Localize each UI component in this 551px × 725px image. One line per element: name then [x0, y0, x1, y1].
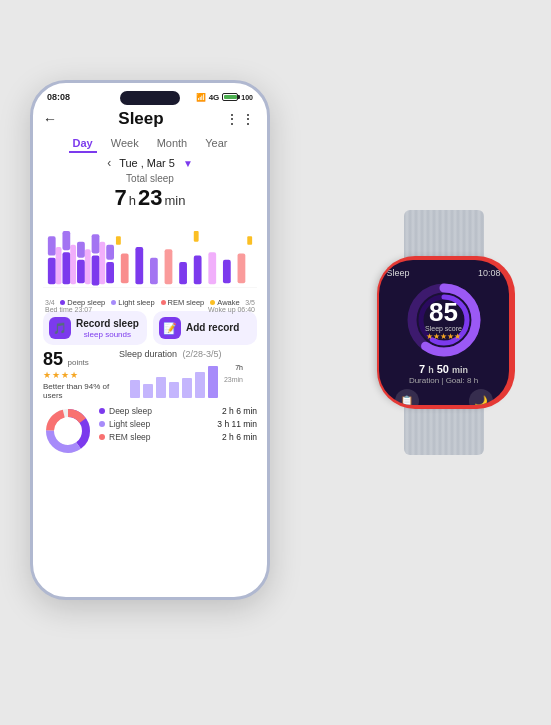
watch-band-top	[404, 210, 484, 260]
watch-score-display: 85 Sleep score ★★★★★	[425, 299, 462, 341]
svg-rect-18	[179, 262, 187, 284]
chart-left-time: Bed time 23:07	[45, 306, 92, 313]
watch-body: Sleep 10:08 85 Sleep score ★★★★★	[379, 260, 509, 405]
sleep-minutes: 23	[138, 185, 162, 211]
phone-notch	[120, 91, 180, 105]
svg-rect-7	[92, 234, 100, 253]
watch-duration-min-unit: min	[452, 365, 468, 375]
breakdown-light-sleep: Light sleep 3 h 11 min	[99, 419, 257, 429]
status-time: 08:08	[47, 92, 70, 102]
duration-label: Sleep duration	[119, 349, 177, 359]
watch-footer: 📋 🌙	[387, 389, 501, 405]
percentile-text: Better than 94% of users	[43, 382, 113, 400]
breakdown-deep-label: Deep sleep	[109, 406, 218, 416]
watch-goal-label: Duration | Goal: 8 h	[409, 376, 478, 385]
page-header: ← Sleep ⋮⋮	[43, 105, 257, 133]
sleep-breakdown: Deep sleep 2 h 6 min Light sleep 3 h 11 …	[43, 406, 257, 456]
back-button[interactable]: ←	[43, 111, 57, 127]
tab-month[interactable]: Month	[153, 135, 192, 153]
stats-row: 85 points ★★★★ Better than 94% of users …	[43, 349, 257, 402]
total-sleep-label: Total sleep	[43, 173, 257, 184]
svg-rect-29	[156, 377, 166, 398]
notes-icon: 📋	[400, 395, 414, 406]
watch-notes-button[interactable]: 📋	[395, 389, 419, 405]
watch-score-number: 85	[425, 299, 462, 325]
wifi-icon: 📶	[196, 93, 206, 102]
svg-rect-33	[208, 366, 218, 398]
svg-rect-24	[238, 253, 246, 283]
sleep-stars: ★★★★	[43, 370, 113, 380]
date-dropdown-button[interactable]: ▼	[183, 158, 193, 169]
tab-day[interactable]: Day	[69, 135, 97, 153]
record-sleep-button[interactable]: 🎵 Record sleep sleep sounds	[43, 311, 147, 345]
points-label: points	[67, 358, 88, 367]
tab-week[interactable]: Week	[107, 135, 143, 153]
sleep-chart: 3/4 Bed time 23:07 3/5 Woke up 06:40	[43, 215, 257, 295]
svg-rect-15	[135, 247, 143, 284]
breakdown-light-label: Light sleep	[109, 419, 213, 429]
tab-year[interactable]: Year	[201, 135, 231, 153]
watch-header: Sleep 10:08	[387, 268, 501, 278]
svg-rect-27	[130, 380, 140, 398]
breakdown-rem-label: REM sleep	[109, 432, 218, 442]
add-record-label: Add record	[186, 322, 239, 334]
svg-rect-14	[121, 253, 129, 283]
svg-rect-13	[99, 242, 105, 285]
add-record-button[interactable]: 📝 Add record	[153, 311, 257, 345]
watch-stars: ★★★★★	[425, 332, 462, 341]
battery-level: 100	[241, 94, 253, 101]
svg-rect-9	[106, 245, 114, 260]
chart-left-date: 3/4	[45, 299, 92, 306]
moon-icon: 🌙	[474, 395, 488, 406]
add-record-icon: 📝	[159, 317, 181, 339]
svg-text:7h: 7h	[235, 364, 243, 371]
breakdown-rem-sleep: REM sleep 2 h 6 min	[99, 432, 257, 442]
watch-ring: 85 Sleep score ★★★★★	[404, 280, 484, 360]
phone-content: ← Sleep ⋮⋮ Day Week Month Year ‹ Tue , M…	[33, 105, 267, 456]
chart-labels: 3/4 Bed time 23:07 3/5 Woke up 06:40	[43, 299, 257, 313]
watch-sleep-button[interactable]: 🌙	[469, 389, 493, 405]
watch-score-label: Sleep score	[425, 325, 462, 332]
svg-rect-20	[194, 231, 199, 242]
score-section: 85 points ★★★★ Better than 94% of users	[43, 349, 113, 402]
svg-rect-32	[195, 372, 205, 398]
breakdown-deep-dot	[99, 408, 105, 414]
svg-text:23min: 23min	[224, 376, 243, 383]
svg-rect-25	[247, 236, 252, 245]
svg-rect-3	[62, 231, 70, 250]
battery-indicator: 100	[222, 93, 253, 101]
current-date: Tue , Mar 5	[119, 157, 175, 169]
breakdown-light-dot	[99, 421, 105, 427]
svg-rect-16	[150, 258, 158, 285]
watch-duration-h-unit: h	[428, 365, 434, 375]
svg-rect-5	[77, 242, 85, 258]
breakdown-list: Deep sleep 2 h 6 min Light sleep 3 h 11 …	[99, 406, 257, 456]
breakdown-rem-dot	[99, 434, 105, 440]
sleep-score: 85	[43, 349, 63, 369]
more-button[interactable]: ⋮⋮	[225, 111, 257, 127]
watch-time: 10:08	[478, 268, 501, 278]
record-sleep-sub: sleep sounds	[76, 330, 139, 339]
status-icons: 📶 4G 100	[196, 93, 253, 102]
svg-rect-21	[194, 256, 202, 285]
breakdown-rem-value: 2 h 6 min	[222, 432, 257, 442]
svg-rect-11	[70, 245, 76, 284]
tabs-bar: Day Week Month Year	[43, 135, 257, 153]
svg-rect-6	[92, 256, 100, 286]
date-navigator: ‹ Tue , Mar 5 ▼	[43, 156, 257, 170]
record-sleep-texts: Record sleep sleep sounds	[76, 318, 139, 339]
breakdown-light-value: 3 h 11 min	[217, 419, 257, 429]
svg-rect-19	[116, 236, 121, 245]
record-sleep-icon: 🎵	[49, 317, 71, 339]
duration-chart-svg: 7h 23min	[119, 362, 257, 398]
svg-rect-2	[62, 252, 70, 284]
chart-label-right: 3/5 Woke up 06:40	[208, 299, 255, 313]
smartwatch: Sleep 10:08 85 Sleep score ★★★★★	[356, 210, 531, 410]
sleep-hours: 7	[115, 185, 127, 211]
duration-section: Sleep duration (2/28-3/5) 7h 23min	[119, 349, 257, 402]
svg-rect-17	[165, 249, 173, 284]
breakdown-deep-value: 2 h 6 min	[222, 406, 257, 416]
watch-band-bottom	[404, 405, 484, 455]
prev-date-button[interactable]: ‹	[107, 156, 111, 170]
svg-rect-4	[77, 260, 85, 283]
